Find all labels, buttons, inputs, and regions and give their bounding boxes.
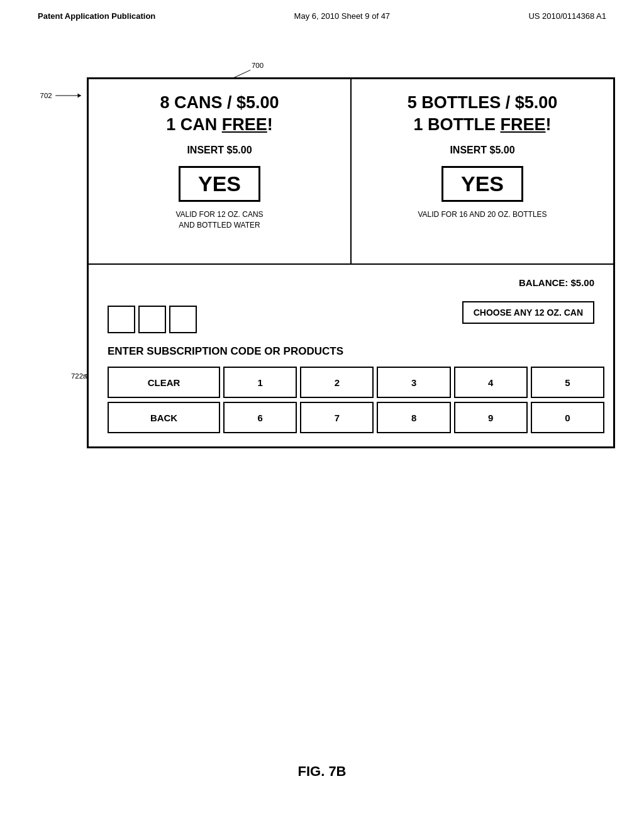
left-offer-title: 8 CANS / $5.00 1 CAN FREE!: [160, 92, 279, 136]
svg-text:722a: 722a: [71, 372, 87, 380]
right-yes-button[interactable]: YES: [441, 166, 523, 202]
key-6[interactable]: 6: [223, 402, 297, 433]
enter-subscription-text: ENTER SUBSCRIPTION CODE OR PRODUCTS: [108, 345, 343, 358]
keypad-row1: CLEAR 1 2 3 4 5: [108, 367, 604, 398]
left-yes-button[interactable]: YES: [179, 166, 260, 202]
header-left: Patent Application Publication: [38, 11, 155, 21]
key-7[interactable]: 7: [300, 402, 374, 433]
figure-caption: FIG. 7B: [297, 763, 346, 780]
right-valid-text: VALID FOR 16 AND 20 OZ. BOTTLES: [418, 209, 547, 220]
key-2[interactable]: 2: [300, 367, 374, 398]
code-box-1[interactable]: [108, 306, 135, 333]
key-9[interactable]: 9: [454, 402, 528, 433]
right-insert-text: INSERT $5.00: [450, 145, 514, 156]
svg-marker-5: [78, 93, 81, 97]
key-3[interactable]: 3: [377, 367, 450, 398]
right-offer-title: 5 BOTTLES / $5.00 1 BOTTLE FREE!: [408, 92, 558, 136]
svg-text:700: 700: [252, 62, 264, 69]
keypad-row2: BACK 6 7 8 9 0: [108, 402, 604, 433]
balance-display: BALANCE: $5.00: [519, 277, 594, 288]
key-1[interactable]: 1: [223, 367, 297, 398]
key-5[interactable]: 5: [531, 367, 604, 398]
back-button[interactable]: BACK: [108, 402, 220, 433]
clear-button[interactable]: CLEAR: [108, 367, 220, 398]
code-box-2[interactable]: [138, 306, 166, 333]
code-input-area: [108, 306, 197, 333]
left-valid-text: VALID FOR 12 OZ. CANSAND BOTTLED WATER: [175, 209, 263, 231]
key-0[interactable]: 0: [531, 402, 604, 433]
header-right: US 2010/0114368 A1: [528, 11, 606, 21]
left-insert-text: INSERT $5.00: [187, 145, 252, 156]
code-box-3[interactable]: [169, 306, 197, 333]
choose-label: CHOOSE ANY 12 OZ. CAN: [462, 301, 594, 324]
key-8[interactable]: 8: [377, 402, 450, 433]
header-center: May 6, 2010 Sheet 9 of 47: [294, 11, 391, 21]
key-4[interactable]: 4: [454, 367, 528, 398]
svg-text:702: 702: [40, 92, 52, 99]
